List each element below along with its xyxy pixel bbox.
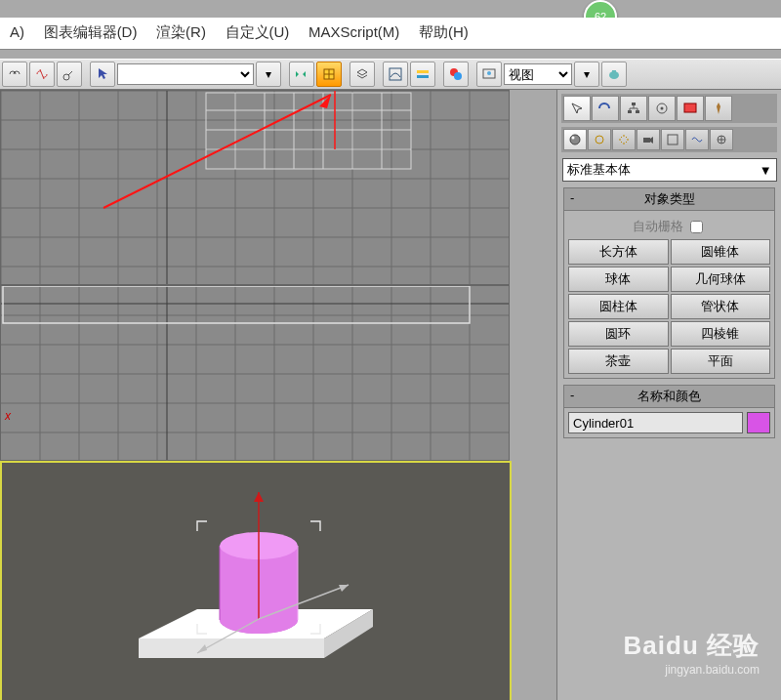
viewport-perspective[interactable]	[0, 461, 512, 700]
btn-pyramid[interactable]: 四棱锥	[671, 321, 771, 347]
tab-hierarchy-icon[interactable]	[620, 96, 647, 121]
rollout-header-name-color[interactable]: -名称和颜色	[564, 386, 774, 408]
svg-rect-2	[390, 68, 401, 80]
svg-rect-10	[612, 70, 616, 72]
tool-unlink-icon[interactable]	[29, 62, 55, 87]
minus-icon: -	[570, 190, 574, 205]
svg-point-85	[596, 136, 603, 144]
auto-grid-checkbox[interactable]	[690, 221, 703, 233]
tab-modify-icon[interactable]	[592, 96, 619, 121]
svg-rect-32	[206, 93, 411, 169]
svg-point-6	[454, 72, 462, 80]
svg-marker-74	[339, 585, 349, 592]
tool-dropdown-icon[interactable]: ▾	[256, 62, 281, 87]
btn-tube[interactable]: 管状体	[671, 294, 771, 319]
svg-rect-4	[417, 75, 429, 78]
watermark: Baidu 经验 jingyan.baidu.com	[624, 629, 760, 677]
svg-rect-87	[668, 135, 678, 144]
svg-rect-86	[643, 138, 650, 143]
viewport-top[interactable]	[0, 90, 510, 285]
primitive-type-dropdown[interactable]: 标准基本体 ▼	[562, 158, 777, 182]
btn-sphere[interactable]: 球体	[568, 267, 669, 292]
sub-helpers-icon[interactable]	[661, 129, 684, 150]
svg-rect-3	[417, 70, 429, 73]
rollout-object-type: -对象类型 自动栅格 长方体 圆锥体 球体 几何球体 圆柱体 管状体 圆环 四棱…	[563, 187, 775, 379]
tool-teapot-icon[interactable]	[601, 62, 627, 87]
svg-marker-66	[139, 638, 324, 658]
tab-display-icon[interactable]	[677, 96, 704, 121]
sub-systems-icon[interactable]	[710, 129, 733, 150]
svg-rect-64	[3, 286, 470, 323]
object-type-title: 对象类型	[644, 191, 695, 206]
selection-filter-dropdown[interactable]	[117, 63, 254, 85]
tool-layers-icon[interactable]	[349, 62, 375, 87]
btn-teapot[interactable]: 茶壶	[568, 349, 669, 374]
command-panel-tabs	[561, 94, 777, 123]
tool-align-icon[interactable]	[316, 62, 342, 87]
sub-cameras-icon[interactable]	[637, 129, 660, 150]
watermark-url: jingyan.baidu.com	[624, 663, 760, 677]
tool-schematic-icon[interactable]	[410, 62, 435, 87]
svg-rect-79	[636, 110, 639, 113]
svg-rect-82	[684, 103, 696, 112]
tool-mirror-icon[interactable]	[289, 62, 314, 87]
create-subcategories	[561, 127, 777, 152]
btn-torus[interactable]: 圆环	[568, 321, 669, 347]
auto-grid-label: 自动栅格	[633, 219, 683, 233]
menu-item-chart-editor[interactable]: 图表编辑器(D)	[36, 18, 145, 48]
tool-render-setup-icon[interactable]	[476, 62, 502, 87]
btn-cone[interactable]: 圆锥体	[671, 239, 771, 265]
menu-item-maxscript[interactable]: MAXScript(M)	[301, 18, 407, 46]
primitive-type-label: 标准基本体	[567, 161, 631, 179]
sub-shapes-icon[interactable]	[588, 129, 611, 150]
minus-icon: -	[570, 388, 574, 402]
auto-grid-row: 自动栅格	[568, 215, 770, 239]
name-color-title: 名称和颜色	[637, 389, 701, 403]
tool-material-icon[interactable]	[443, 62, 469, 87]
svg-point-9	[609, 71, 619, 79]
svg-point-83	[570, 135, 580, 144]
svg-point-81	[661, 107, 664, 110]
btn-geosphere[interactable]: 几何球体	[671, 267, 771, 292]
tool-bind-icon[interactable]	[57, 62, 82, 87]
chevron-down-icon: ▼	[760, 163, 772, 178]
tool-dropdown2-icon[interactable]: ▾	[574, 62, 599, 87]
render-view-dropdown[interactable]: 视图	[504, 63, 572, 85]
svg-point-8	[487, 71, 491, 75]
axis-label-x: x	[5, 409, 11, 423]
menu-item-customize[interactable]: 自定义(U)	[218, 18, 298, 48]
svg-line-42	[103, 95, 331, 208]
btn-cylinder[interactable]: 圆柱体	[568, 294, 669, 319]
sub-geometry-icon[interactable]	[563, 129, 587, 150]
svg-marker-72	[254, 492, 264, 502]
command-panel: 标准基本体 ▼ -对象类型 自动栅格 长方体 圆锥体 球体 几何球体 圆柱体 管…	[556, 90, 781, 700]
menu-item-help[interactable]: 帮助(H)	[411, 18, 476, 48]
viewport-front[interactable]: x	[0, 285, 510, 461]
sub-spacewarps-icon[interactable]	[685, 129, 709, 150]
svg-rect-77	[632, 103, 636, 105]
tool-curve-editor-icon[interactable]	[383, 62, 408, 87]
tab-motion-icon[interactable]	[648, 96, 676, 121]
menu-bar: A) 图表编辑器(D) 渲染(R) 自定义(U) MAXScript(M) 帮助…	[0, 18, 781, 50]
tab-utilities-icon[interactable]	[705, 96, 732, 121]
tool-select-icon[interactable]	[90, 62, 115, 87]
sub-lights-icon[interactable]	[612, 129, 636, 150]
tool-link-icon[interactable]	[2, 62, 27, 87]
watermark-brand: Baidu 经验	[624, 629, 760, 663]
tab-create-icon[interactable]	[563, 96, 591, 121]
menu-item-render[interactable]: 渲染(R)	[148, 18, 214, 48]
rollout-name-color: -名称和颜色	[563, 385, 775, 438]
svg-rect-78	[628, 110, 632, 113]
main-toolbar: ▾ 视图 ▾	[0, 59, 781, 90]
svg-point-84	[572, 137, 575, 140]
rollout-header-object-type[interactable]: -对象类型	[564, 188, 774, 211]
btn-box[interactable]: 长方体	[568, 239, 669, 265]
object-name-input[interactable]	[568, 412, 743, 433]
menu-item-a[interactable]: A)	[2, 18, 32, 46]
color-swatch[interactable]	[747, 412, 770, 433]
btn-plane[interactable]: 平面	[671, 349, 771, 374]
